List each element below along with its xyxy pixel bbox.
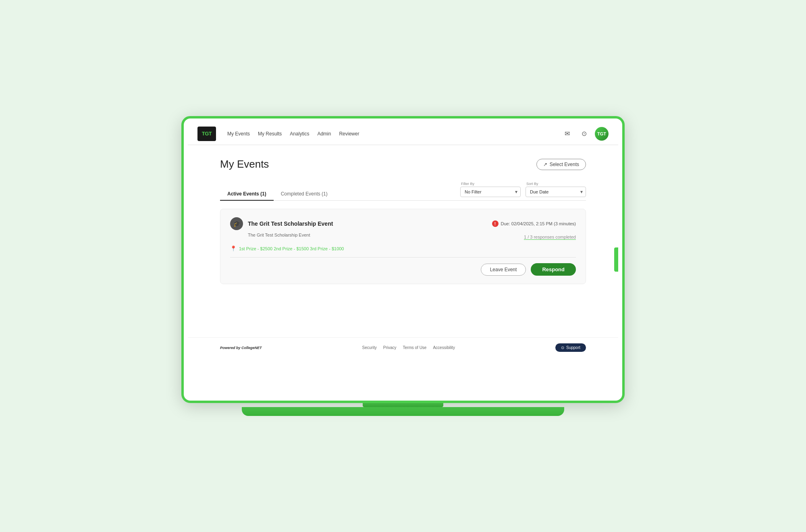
card-divider xyxy=(230,257,576,258)
filters-row: Filter By No Filter Due Soon Past Due So… xyxy=(460,182,586,200)
nav-admin[interactable]: Admin xyxy=(317,131,331,137)
event-card: 🎓 The Grit Test Scholarship Event ! Due:… xyxy=(220,209,586,284)
footer-brand: CollegeNET xyxy=(241,346,262,350)
event-title-area: 🎓 The Grit Test Scholarship Event xyxy=(230,217,333,230)
nav-my-results[interactable]: My Results xyxy=(258,131,282,137)
tabs-filters-row: Active Events (1) Completed Events (1) F… xyxy=(220,182,586,201)
support-button[interactable]: ⊙ Support xyxy=(555,343,586,352)
event-actions: Leave Event Respond xyxy=(230,263,576,276)
laptop-bottom xyxy=(242,407,564,416)
tab-active-events[interactable]: Active Events (1) xyxy=(220,188,274,201)
external-link-icon: ↗ xyxy=(543,162,547,167)
laptop-base xyxy=(181,403,625,416)
logo-area: TGT xyxy=(197,127,216,141)
help-icon[interactable]: ⊙ xyxy=(578,128,590,140)
event-icon: 🎓 xyxy=(230,217,243,230)
due-date: Due: 02/04/2025, 2:15 PM (3 minutes) xyxy=(501,221,576,226)
nav-actions: ✉ ⊙ TGT xyxy=(561,127,609,141)
laptop-hinge xyxy=(363,403,443,407)
respond-button[interactable]: Respond xyxy=(531,263,576,276)
logo-tgt: TGT xyxy=(202,131,212,137)
main-content: My Events ↗ Select Events Active Events … xyxy=(188,145,618,297)
event-prizes: 📍 1st Prize - $2500 2nd Prize - $1500 3r… xyxy=(230,245,576,251)
footer-accessibility[interactable]: Accessibility xyxy=(433,345,455,350)
footer-terms[interactable]: Terms of Use xyxy=(403,345,427,350)
due-area: ! Due: 02/04/2025, 2:15 PM (3 minutes) xyxy=(492,220,576,227)
leave-event-button[interactable]: Leave Event xyxy=(481,264,526,276)
footer: Powered by CollegeNET Security Privacy T… xyxy=(188,337,618,357)
select-events-button[interactable]: ↗ Select Events xyxy=(536,159,586,170)
footer-powered-by: Powered by CollegeNET xyxy=(220,346,262,350)
nav-my-events[interactable]: My Events xyxy=(227,131,250,137)
tab-completed-events[interactable]: Completed Events (1) xyxy=(274,188,335,201)
sort-by-label: Sort By xyxy=(526,182,586,186)
prize-text: 1st Prize - $2500 2nd Prize - $1500 3rd … xyxy=(239,246,344,251)
filter-by-wrapper: No Filter Due Soon Past Due xyxy=(460,187,521,197)
logo-box: TGT xyxy=(197,127,216,141)
prize-icon: 📍 xyxy=(230,245,237,251)
sort-by-select[interactable]: Due Date Name Status xyxy=(526,187,586,197)
responses-completed: 1 / 3 responses completed xyxy=(524,235,576,239)
navbar: TGT My Events My Results Analytics Admin… xyxy=(188,123,618,145)
filter-by-group: Filter By No Filter Due Soon Past Due xyxy=(460,182,521,197)
alert-icon: ! xyxy=(492,220,499,227)
event-title: The Grit Test Scholarship Event xyxy=(248,220,333,227)
select-events-label: Select Events xyxy=(550,162,579,167)
nav-analytics[interactable]: Analytics xyxy=(290,131,309,137)
page-header: My Events ↗ Select Events xyxy=(220,158,586,170)
resize-handle[interactable] xyxy=(614,247,618,272)
event-card-header: 🎓 The Grit Test Scholarship Event ! Due:… xyxy=(230,217,576,230)
footer-security[interactable]: Security xyxy=(362,345,377,350)
support-icon: ⊙ xyxy=(561,345,564,350)
footer-privacy[interactable]: Privacy xyxy=(383,345,397,350)
event-subtitle: The Grit Test Scholarship Event xyxy=(248,233,310,237)
footer-links: Security Privacy Terms of Use Accessibil… xyxy=(362,345,455,350)
tabs: Active Events (1) Completed Events (1) xyxy=(220,188,335,200)
mail-icon[interactable]: ✉ xyxy=(561,128,573,140)
sort-by-wrapper: Due Date Name Status xyxy=(526,187,586,197)
filter-by-select[interactable]: No Filter Due Soon Past Due xyxy=(460,187,521,197)
nav-links: My Events My Results Analytics Admin Rev… xyxy=(227,131,561,137)
nav-reviewer[interactable]: Reviewer xyxy=(339,131,359,137)
filter-by-label: Filter By xyxy=(460,182,521,186)
page-title: My Events xyxy=(220,158,269,170)
avatar[interactable]: TGT xyxy=(595,127,609,141)
support-label: Support xyxy=(566,345,580,350)
sort-by-group: Sort By Due Date Name Status xyxy=(526,182,586,197)
